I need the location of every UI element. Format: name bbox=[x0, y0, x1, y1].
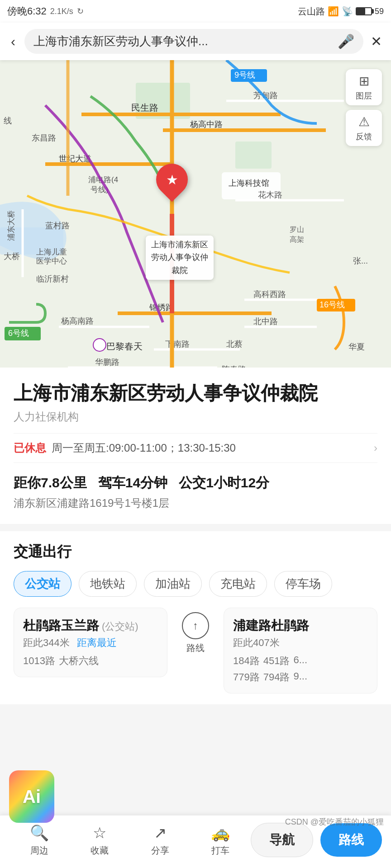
svg-text:张...: 张... bbox=[353, 256, 368, 265]
watermark: CSDN @爱吃番茄的小狐狸 bbox=[285, 816, 384, 827]
route-up-icon: ↑ bbox=[182, 612, 209, 639]
stops-row: 杜鹃路玉兰路 (公交站) 距此344米 距离最近 1013路 大桥六线 ↑ 路线… bbox=[14, 608, 377, 693]
place-pin: ★ bbox=[156, 164, 188, 195]
route-button[interactable]: ↑ 路线 bbox=[175, 608, 216, 659]
tab-parking[interactable]: 停车场 bbox=[274, 571, 332, 597]
search-bar: ‹ 上海市浦东新区劳动人事争议仲... 🎤 ✕ bbox=[0, 23, 391, 60]
wifi-icon: 📡 bbox=[342, 6, 353, 17]
tab-metro[interactable]: 地铁站 bbox=[79, 571, 137, 597]
nav-taxi[interactable]: 🚕 打车 bbox=[191, 824, 251, 857]
stop2-route4: 779路 bbox=[233, 670, 260, 684]
stop1-meta: 距此344米 距离最近 bbox=[23, 636, 158, 650]
hours-text: 周一至周五:09:00-11:00；13:30-15:30 bbox=[52, 441, 368, 455]
place-label-map: 上海市浦东新区劳动人事争议仲裁院 bbox=[146, 236, 214, 280]
tab-charge[interactable]: 充电站 bbox=[209, 571, 267, 597]
back-button[interactable]: ‹ bbox=[9, 32, 17, 51]
stop2-distance: 距此407米 bbox=[233, 636, 280, 650]
pin-icon: ★ bbox=[150, 157, 195, 202]
tab-bus[interactable]: 公交站 bbox=[14, 571, 72, 597]
svg-text:华鹏路: 华鹏路 bbox=[95, 358, 119, 367]
share-label: 分享 bbox=[151, 844, 169, 857]
map-svg: 民生路 杨高中路 芳甸路 上海科技馆 花木路 浦电路(4 号线) 锦绣路 东昌路… bbox=[0, 60, 391, 368]
transport-title: 交通出行 bbox=[14, 542, 377, 562]
svg-rect-0 bbox=[0, 60, 391, 368]
share-icon: ↗ bbox=[154, 824, 167, 842]
svg-text:下南路: 下南路 bbox=[165, 340, 190, 349]
svg-text:东昌路: 东昌路 bbox=[32, 133, 56, 142]
status-time: 傍晚6:32 bbox=[7, 5, 47, 18]
stop-card-1: 杜鹃路玉兰路 (公交站) 距此344米 距离最近 1013路 大桥六线 bbox=[14, 608, 167, 677]
svg-text:罗山: 罗山 bbox=[290, 226, 304, 233]
svg-text:蓝村路: 蓝村路 bbox=[45, 221, 70, 230]
map-area[interactable]: 民生路 杨高中路 芳甸路 上海科技馆 花木路 浦电路(4 号线) 锦绣路 东昌路… bbox=[0, 60, 391, 368]
status-bar: 傍晚6:32 2.1K/s ↻ 云山路 📶 📡 59 bbox=[0, 0, 391, 23]
svg-text:6号线: 6号线 bbox=[8, 329, 29, 338]
stop2-meta: 距此407米 bbox=[233, 636, 368, 650]
svg-text:9号线: 9号线 bbox=[234, 71, 255, 80]
search-text: 上海市浦东新区劳动人事争议仲... bbox=[33, 33, 333, 49]
hours-row[interactable]: 已休息 周一至周五:09:00-11:00；13:30-15:30 › bbox=[14, 433, 377, 463]
svg-text:花木路: 花木路 bbox=[258, 190, 282, 199]
status-left: 傍晚6:32 2.1K/s ↻ bbox=[7, 5, 84, 18]
mic-button[interactable]: 🎤 bbox=[338, 33, 354, 49]
nearby-label: 周边 bbox=[30, 844, 48, 857]
stop1-route2: 大桥六线 bbox=[59, 654, 99, 668]
taxi-label: 打车 bbox=[211, 844, 229, 857]
route-main-button[interactable]: 路线 bbox=[320, 823, 382, 857]
battery-icon bbox=[356, 7, 372, 15]
nav-collect[interactable]: ☆ 收藏 bbox=[70, 824, 130, 857]
transport-section: 交通出行 公交站 地铁站 加油站 充电站 停车场 杜鹃路玉兰路 (公交站) 距此… bbox=[0, 531, 391, 704]
svg-text:杨高中路: 杨高中路 bbox=[190, 120, 223, 129]
pin-star: ★ bbox=[166, 172, 178, 188]
svg-text:陈春路: 陈春路 bbox=[222, 365, 246, 368]
nearby-icon: 🔍 bbox=[30, 824, 49, 842]
close-button[interactable]: ✕ bbox=[371, 33, 382, 49]
place-title: 上海市浦东新区劳动人事争议仲裁院 bbox=[14, 381, 377, 406]
search-input-area[interactable]: 上海市浦东新区劳动人事争议仲... 🎤 bbox=[24, 29, 363, 54]
drive-time: 驾车14分钟 bbox=[98, 475, 167, 490]
tab-gas[interactable]: 加油站 bbox=[144, 571, 202, 597]
detail-panel: 上海市浦东新区劳动人事争议仲裁院 人力社保机构 已休息 周一至周五:09:00-… bbox=[0, 368, 391, 524]
svg-text:华夏: 华夏 bbox=[348, 342, 365, 351]
status-icon-refresh: ↻ bbox=[77, 6, 84, 16]
nav-nearby[interactable]: 🔍 周边 bbox=[9, 824, 70, 857]
svg-text:北蔡: 北蔡 bbox=[226, 340, 243, 349]
svg-text:北中路: 北中路 bbox=[253, 317, 278, 326]
transport-tabs: 公交站 地铁站 加油站 充电站 停车场 bbox=[14, 571, 377, 597]
svg-text:16号线: 16号线 bbox=[319, 300, 345, 309]
svg-text:浦东大桥: 浦东大桥 bbox=[7, 210, 15, 241]
svg-text:杨高南路: 杨高南路 bbox=[61, 316, 94, 326]
stop-card-2: 浦建路杜鹃路 距此407米 184路 451路 6... 779路 794路 9… bbox=[224, 608, 377, 693]
stop2-route2: 451路 bbox=[263, 654, 290, 668]
map-controls: ⊞ 图层 ⚠ 反馈 bbox=[346, 69, 382, 146]
stop2-route5: 794路 bbox=[263, 670, 290, 684]
stop2-route6: 9... bbox=[293, 670, 307, 684]
feedback-label: 反馈 bbox=[356, 131, 372, 142]
svg-text:上海儿童: 上海儿童 bbox=[36, 248, 67, 256]
stop1-route1: 1013路 bbox=[23, 654, 55, 668]
svg-text:大桥: 大桥 bbox=[4, 252, 20, 261]
ai-badge[interactable]: Ai bbox=[9, 770, 54, 823]
svg-text:临沂新村: 临沂新村 bbox=[36, 274, 69, 283]
status-speed: 2.1K/s bbox=[50, 7, 73, 16]
navigate-button[interactable]: 导航 bbox=[251, 823, 313, 857]
route-label: 路线 bbox=[186, 642, 205, 654]
nav-share[interactable]: ↗ 分享 bbox=[130, 824, 191, 857]
layers-button[interactable]: ⊞ 图层 bbox=[346, 69, 382, 105]
stop1-type: (公交站) bbox=[102, 620, 138, 633]
svg-rect-3 bbox=[235, 142, 272, 169]
distance-row: 距你7.8公里 驾车14分钟 公交1小时12分 浦东新区浦建路1619号1号楼1… bbox=[14, 474, 377, 510]
feedback-button[interactable]: ⚠ 反馈 bbox=[346, 110, 382, 146]
stop1-distance: 距此344米 bbox=[23, 636, 70, 650]
distance-value: 距你7.8公里 bbox=[14, 475, 87, 490]
svg-text:民生路: 民生路 bbox=[131, 103, 158, 113]
svg-text:医学中心: 医学中心 bbox=[36, 257, 67, 265]
layers-label: 图层 bbox=[356, 90, 372, 101]
address-text: 浦东新区浦建路1619号1号楼1层 bbox=[14, 496, 377, 510]
stop1-name-text: 杜鹃路玉兰路 bbox=[23, 617, 99, 634]
svg-text:巴黎春天: 巴黎春天 bbox=[106, 341, 143, 351]
hours-arrow: › bbox=[374, 442, 377, 454]
svg-point-51 bbox=[93, 339, 106, 351]
stop2-routes: 184路 451路 6... bbox=[233, 654, 368, 668]
layers-icon: ⊞ bbox=[359, 74, 369, 89]
